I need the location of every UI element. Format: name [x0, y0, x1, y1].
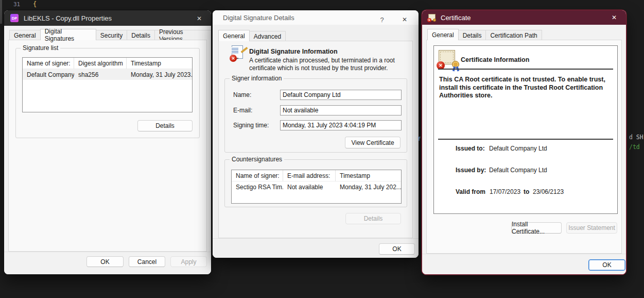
signing-time-field[interactable] — [280, 120, 402, 130]
signature-details-tab-strip: General Advanced — [218, 30, 285, 41]
ok-button[interactable]: OK — [588, 259, 625, 271]
app-icon: DP — [10, 14, 19, 22]
cell-name-of-signer: Sectigo RSA Tim... — [232, 181, 283, 192]
line-number: 31 — [13, 1, 20, 8]
issued-by-label: Issued by: — [456, 167, 486, 174]
window-title: Certificate — [441, 14, 471, 22]
column-header[interactable]: Digest algorithm — [74, 58, 127, 69]
valid-from-value: 17/07/2023 — [490, 188, 520, 195]
divider — [438, 139, 613, 140]
tab-details[interactable]: Details — [458, 30, 486, 40]
tab-details[interactable]: Details — [127, 30, 155, 40]
cell-digest-algorithm: sha256 — [74, 69, 127, 80]
details-button[interactable]: Details — [137, 120, 193, 131]
cancel-button[interactable]: Cancel — [129, 256, 165, 267]
cell-name-of-signer: Default Company... — [23, 69, 74, 80]
column-header[interactable]: Timestamp — [127, 58, 192, 69]
tab-general[interactable]: General — [218, 30, 250, 41]
email-label: E-mail: — [233, 107, 252, 114]
certificate-icon — [438, 50, 458, 68]
window-title: Digital Signature Details — [223, 14, 294, 22]
close-icon: ✕ — [402, 16, 407, 23]
code-brace: { — [33, 1, 37, 8]
tab-general[interactable]: General — [9, 30, 41, 40]
properties-tab-strip: General Digital Signatures Security Deta… — [9, 29, 211, 40]
signature-info-description: A certificate chain processed, but termi… — [249, 57, 395, 72]
column-header[interactable]: E-mail address: — [283, 170, 336, 181]
help-button[interactable]: ? — [372, 12, 392, 27]
name-label: Name: — [233, 91, 251, 98]
description-line: A certificate chain processed, but termi… — [249, 57, 395, 64]
warning-line: This CA Root certificate is not trusted.… — [439, 76, 605, 84]
divider — [438, 69, 613, 70]
ok-button[interactable]: OK — [86, 256, 124, 267]
valid-to-value: 23/06/2123 — [533, 188, 564, 195]
digital-signature-details-dialog: Digital Signature Details ? ✕ General Ad… — [213, 10, 419, 258]
cell-timestamp: Monday, 31 July 202... — [336, 181, 401, 192]
cell-timestamp: Monday, 31 July 2023... — [127, 69, 192, 80]
trust-warning-text: This CA Root certificate is not trusted.… — [439, 76, 605, 100]
warning-line: Authorities store. — [439, 92, 605, 100]
app-icon-text: DP — [12, 16, 17, 21]
column-header[interactable]: Timestamp — [336, 170, 401, 181]
warning-line: install this certificate in the Trusted … — [439, 84, 605, 92]
countersignatures-table: Name of signer: E-mail address: Timestam… — [231, 170, 402, 204]
code-fragment: /td — [629, 143, 640, 151]
issued-by-value: Default Company Ltd — [489, 167, 547, 174]
email-field[interactable] — [280, 105, 402, 115]
countersignatures-group: Countersignatures Name of signer: E-mail… — [224, 159, 407, 207]
close-button[interactable]: ✕ — [395, 12, 414, 27]
tab-previous-versions[interactable]: Previous Versions — [154, 30, 211, 40]
screenshot-root: 31 { if (($False -eq (VariableContains -… — [0, 0, 644, 298]
description-line: certificate which is not trusted by the … — [249, 64, 395, 72]
signature-list-table: Name of signer: Digest algorithm Timesta… — [22, 57, 193, 112]
table-row[interactable]: Default Company... sha256 Monday, 31 Jul… — [23, 69, 192, 80]
valid-from-label: Valid from — [456, 188, 485, 195]
table-header-row: Name of signer: E-mail address: Timestam… — [232, 170, 401, 181]
tab-general[interactable]: General — [427, 29, 459, 40]
certificate-info-panel: Certificate Information This CA Root cer… — [433, 45, 618, 214]
group-label: Signature list — [21, 44, 60, 52]
column-header[interactable]: Name of signer: — [232, 170, 283, 181]
code-fragment: f — [417, 136, 421, 142]
ok-button[interactable]: OK — [379, 243, 415, 255]
signing-time-label: Signing time: — [233, 122, 269, 129]
digital-signature-icon — [230, 45, 247, 61]
signer-information-group: Signer information Name: E-mail: Signing… — [224, 78, 407, 153]
certificate-titlebar[interactable]: Certificate — [422, 10, 626, 25]
certificate-info-heading: Certificate Information — [461, 56, 529, 63]
table-row[interactable]: Sectigo RSA Tim... Not available Monday,… — [232, 181, 401, 192]
window-title: LibEKLS - Copy.dll Properties — [24, 14, 112, 22]
error-badge-icon — [230, 55, 237, 62]
close-button[interactable]: ✕ — [189, 11, 209, 26]
properties-dialog: DP LibEKLS - Copy.dll Properties ✕ Gener… — [4, 10, 211, 274]
code-fragment: d SH — [629, 134, 643, 141]
issued-to-label: Issued to: — [456, 145, 485, 152]
tab-security[interactable]: Security — [96, 30, 127, 40]
name-field[interactable] — [280, 90, 402, 100]
column-header[interactable]: Name of signer: — [23, 58, 74, 69]
certificate-tab-strip: General Details Certification Path — [427, 29, 542, 40]
apply-button[interactable]: Apply — [170, 256, 207, 267]
issued-to-value: Default Company Ltd — [489, 145, 547, 152]
group-label: Countersignatures — [230, 156, 284, 163]
editor-left-strip — [0, 0, 2, 24]
certificate-dialog: Certificate ✕ General Details Certificat… — [422, 10, 626, 274]
group-label: Signer information — [230, 75, 284, 82]
close-icon: ✕ — [612, 14, 617, 21]
cell-email-address: Not available — [283, 181, 336, 192]
tab-certification-path[interactable]: Certification Path — [485, 30, 542, 40]
issuer-statement-button[interactable]: Issuer Statement — [566, 222, 617, 234]
install-certificate-button[interactable]: Install Certificate... — [511, 222, 562, 234]
tab-advanced[interactable]: Advanced — [249, 31, 286, 41]
error-badge-icon — [427, 18, 431, 22]
tab-digital-signatures[interactable]: Digital Signatures — [40, 29, 96, 40]
countersignature-details-button[interactable]: Details — [345, 213, 401, 224]
signature-info-heading: Digital Signature Information — [249, 48, 338, 55]
help-icon: ? — [380, 16, 384, 24]
certificate-icon — [427, 14, 437, 22]
valid-to-label: to — [524, 188, 529, 195]
properties-titlebar[interactable]: DP LibEKLS - Copy.dll Properties — [4, 10, 211, 26]
close-button[interactable]: ✕ — [604, 10, 624, 25]
view-certificate-button[interactable]: View Certificate — [345, 137, 401, 148]
